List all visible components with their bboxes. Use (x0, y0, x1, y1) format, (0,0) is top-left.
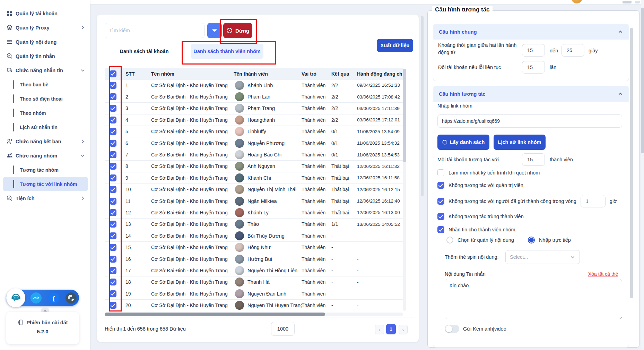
sidebar-item[interactable]: Quản lý Proxy (3, 20, 88, 35)
header-icon[interactable] (635, 1, 640, 3)
table-row[interactable]: 1Cơ Sở Đại Định - Kho Huyển TrangKhánh L… (105, 80, 403, 91)
sidebar-item[interactable]: Lịch sử nhắn tin (3, 120, 88, 134)
table-row[interactable]: 11Cơ Sở Đại Định - Kho Huyển TrangNgân M… (105, 195, 403, 207)
table-row[interactable]: 6Cơ Sở Đại Định - Kho Huyển TrangNguyễn … (105, 137, 403, 149)
select-all-checkbox[interactable] (110, 70, 116, 77)
table-row[interactable]: 4Cơ Sở Đại Định - Kho Huyển TrangHoangth… (105, 114, 403, 126)
row-checkbox[interactable] (110, 163, 116, 170)
get-list-button[interactable]: Lấy danh sách (437, 135, 489, 150)
row-checkbox[interactable] (110, 256, 116, 263)
export-button[interactable]: Xuất dữ liệu (377, 39, 413, 52)
pagination-prev-button[interactable]: ‹ (375, 325, 384, 334)
table-row[interactable]: 13Cơ Sở Đại Định - Kho Huyển TrangThảoTh… (105, 219, 403, 230)
section-interact-header[interactable]: Cấu hình tương tác (433, 86, 629, 102)
table-row[interactable]: 10Cơ Sở Đại Định - Kho Huyển TrangNguyễn… (105, 184, 403, 195)
send-media-toggle[interactable] (445, 325, 459, 333)
table-row[interactable]: 19Cơ Sở Đại Định - Kho Huyển TrangNguyễn… (105, 288, 403, 300)
link-history-button[interactable]: Lịch sử link nhóm (494, 135, 546, 150)
config-checkbox[interactable] (437, 169, 444, 176)
table-row[interactable]: 15Cơ Sở Đại Định - Kho Huyển TrangHồng N… (105, 242, 403, 253)
row-checkbox[interactable] (110, 244, 116, 251)
table-vertical-scrollbar-thumb[interactable] (403, 69, 406, 162)
table-row[interactable]: 12Cơ Sở Đại Định - Kho Huyển TrangKhánh … (105, 207, 403, 219)
row-checkbox[interactable] (110, 209, 116, 216)
config-checkbox[interactable] (437, 198, 444, 205)
sidebar-item[interactable]: Tương tác với link nhóm (3, 177, 88, 191)
section-general-header[interactable]: Cấu hình chung (433, 24, 629, 40)
row-checkbox[interactable] (110, 232, 116, 239)
column-header[interactable]: Kết quả (331, 71, 357, 77)
config-checkbox[interactable] (437, 213, 444, 220)
row-checkbox[interactable] (110, 93, 116, 100)
interval-from-input[interactable] (522, 44, 545, 57)
table-row[interactable]: 9Cơ Sở Đại Định - Kho Huyển TrangKhánh C… (105, 172, 403, 184)
table-row[interactable]: 2Cơ Sở Đại Định - Kho Huyển TrangPhạm La… (105, 91, 403, 103)
table-row[interactable]: 16Cơ Sở Đại Định - Kho Huyển TrangHường … (105, 253, 403, 265)
sidebar-item[interactable]: Theo bạn bè (3, 77, 88, 92)
row-checkbox[interactable] (110, 128, 116, 135)
filter-button[interactable] (207, 23, 222, 38)
radio-from-content[interactable] (446, 237, 453, 244)
column-header[interactable]: Hành động đang ch (357, 71, 403, 77)
tab-account-list[interactable]: Danh sách tài khoản (116, 44, 172, 58)
row-checkbox[interactable] (110, 302, 116, 309)
row-checkbox[interactable] (110, 221, 116, 228)
table-row[interactable]: 5Cơ Sở Đại Định - Kho Huyển TrangLinhluf… (105, 126, 403, 137)
table-row[interactable]: 7Cơ Sở Đại Định - Kho Huyển TrangHoàng B… (105, 149, 403, 161)
row-checkbox[interactable] (110, 174, 116, 181)
row-checkbox[interactable] (110, 198, 116, 205)
sidebar-item[interactable]: Chức năng kết bạn (3, 134, 88, 148)
header-icon[interactable] (623, 1, 632, 3)
row-checkbox[interactable] (110, 151, 116, 158)
interval-to-input[interactable] (562, 44, 584, 57)
message-content-textarea[interactable]: Xin chào (445, 279, 622, 319)
page-size-input[interactable] (271, 322, 295, 336)
table-row[interactable]: 14Cơ Sở Đại Định - Kho Huyển TrangBùi Th… (105, 230, 403, 242)
config-checkbox[interactable] (437, 226, 444, 233)
zalo-icon[interactable]: Zalo (31, 292, 42, 304)
sidebar-item[interactable]: Tiện ích (3, 191, 88, 205)
sidebar-item[interactable]: Chức năng nhắn tin (3, 63, 88, 77)
row-checkbox[interactable] (110, 267, 116, 274)
table-row[interactable]: 8Cơ Sở Đại Định - Kho Huyển TrangAnh Ngu… (105, 161, 403, 172)
stop-button[interactable]: Dừng (223, 23, 252, 38)
row-checkbox[interactable] (110, 82, 116, 89)
pagination-page-1[interactable]: 1 (386, 324, 396, 334)
per-account-input[interactable] (522, 153, 545, 166)
column-header[interactable]: Tên nhóm (151, 71, 234, 77)
sidebar-item[interactable]: Theo nhóm (3, 106, 88, 120)
sidebar-item[interactable]: Theo số điện thoại (3, 92, 88, 106)
config-checkbox[interactable] (437, 182, 444, 189)
globe-icon[interactable] (66, 292, 77, 304)
clear-all-tags-link[interactable]: Xóa tất cả thẻ (588, 271, 618, 277)
panel-scrollbar-thumb[interactable] (630, 28, 633, 298)
row-checkbox[interactable] (110, 279, 116, 285)
main-vertical-scrollbar-thumb[interactable] (421, 16, 424, 196)
table-row[interactable]: 20Cơ Sở Đại Định - Kho Huyển TrangNguyen… (105, 300, 403, 311)
support-chat-icon[interactable] (6, 288, 25, 307)
table-row[interactable]: 17Cơ Sở Đại Định - Kho Huyển TrangNguyễn… (105, 265, 403, 276)
sidebar-item[interactable]: Tương tác nhóm (3, 163, 88, 177)
switch-account-input[interactable] (522, 61, 545, 74)
group-link-input[interactable] (437, 114, 622, 128)
row-checkbox[interactable] (110, 290, 116, 297)
sidebar-item[interactable]: Quản lý nội dung (3, 35, 88, 49)
tab-group-members[interactable]: Danh sách thành viên nhóm (191, 44, 263, 59)
avatar[interactable] (571, 0, 582, 3)
sidebar-item[interactable]: Chức năng nhóm (3, 148, 88, 163)
sidebar-item[interactable]: Quản lý tin nhắn (3, 49, 88, 63)
row-checkbox[interactable] (110, 105, 116, 112)
column-header[interactable]: Vai trò (302, 71, 331, 77)
row-checkbox[interactable] (110, 140, 116, 147)
pagination-next-button[interactable]: › (399, 325, 408, 334)
table-row[interactable]: 18Cơ Sở Đại Định - Kho Huyển TrangThanh … (105, 276, 403, 288)
page-scrollbar-thumb[interactable] (641, 8, 644, 153)
search-input[interactable] (105, 23, 204, 38)
sidebar-item[interactable]: Quản lý tài khoản (3, 6, 88, 20)
column-header[interactable]: STT (121, 71, 151, 77)
row-checkbox[interactable] (110, 186, 116, 193)
radio-direct-input[interactable] (528, 237, 535, 244)
spin-tag-select[interactable]: Select... (505, 250, 580, 264)
within-hours-input[interactable] (581, 195, 606, 207)
table-row[interactable]: 3Cơ Sở Đại Định - Kho Huyển TrangPhạm Tr… (105, 103, 403, 114)
